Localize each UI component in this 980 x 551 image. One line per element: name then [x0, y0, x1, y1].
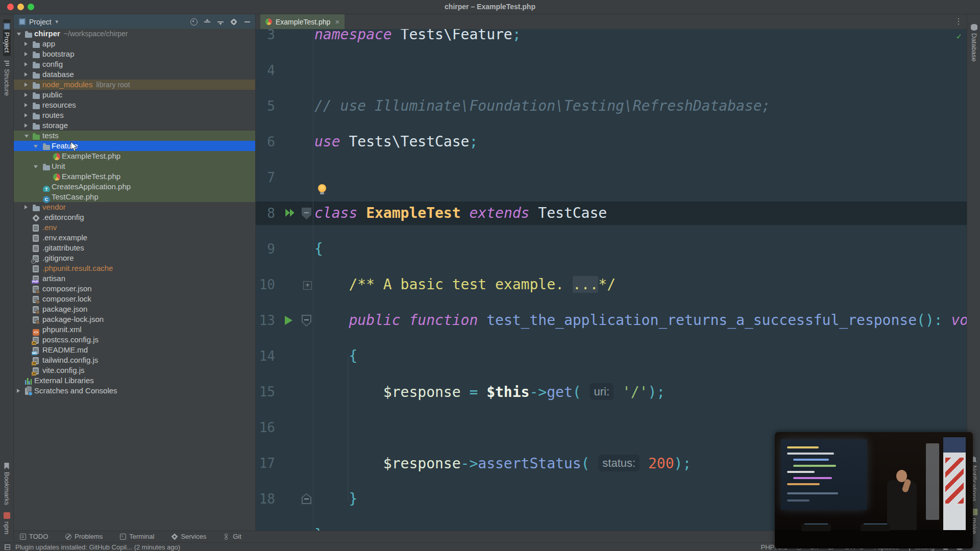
tree-item-phpunit-xml[interactable]: <>phpunit.xml	[14, 324, 255, 335]
panel-settings-button[interactable]	[229, 17, 239, 27]
tool-window-switcher-icon[interactable]	[5, 544, 10, 550]
editor-options-icon[interactable]: ⋮	[954, 16, 963, 26]
chevron-down-icon[interactable]	[34, 165, 38, 168]
code-line[interactable]: {	[314, 231, 323, 267]
tree-item-unit[interactable]: Unit	[14, 161, 255, 171]
chevron-down-icon[interactable]: ▾	[56, 18, 59, 25]
code-line[interactable]: use Tests\TestCase;	[314, 124, 478, 160]
chevron-down-icon[interactable]	[17, 33, 21, 36]
toolwindow-button-todo[interactable]: TODO	[20, 533, 48, 540]
code-line[interactable]: {	[314, 338, 357, 374]
tree-item-chirper[interactable]: chirper~/workspace/chirper	[14, 29, 255, 39]
chevron-right-icon[interactable]	[24, 62, 28, 66]
tree-item-config[interactable]: config	[14, 59, 255, 69]
code-line[interactable]: $response = $this->get( uri: '/');	[314, 374, 665, 410]
tree-item-composer-json[interactable]: composer.json	[14, 284, 255, 294]
run-test-icon[interactable]	[285, 316, 292, 325]
tree-item-artisan[interactable]: PHPartisan	[14, 273, 255, 284]
tree-item-postcss-config-js[interactable]: JSpostcss.config.js	[14, 335, 255, 345]
tree-item-database[interactable]: database	[14, 69, 255, 80]
tree-item-package-lock-json[interactable]: package-lock.json	[14, 314, 255, 324]
collapse-all-button[interactable]	[215, 17, 226, 27]
stripe-button-label: Bookmarks	[3, 472, 11, 505]
status-message[interactable]: Plugin updates installed: GitHub Copil..…	[15, 543, 180, 551]
tree-item--gitignore[interactable]: .gitignore	[14, 253, 255, 263]
code-line[interactable]: $response->assertStatus( status: 200);	[314, 445, 691, 481]
chevron-right-icon[interactable]	[24, 103, 28, 107]
toolwindow-button-git[interactable]: Git	[224, 533, 241, 540]
locate-file-button[interactable]	[189, 17, 199, 27]
run-all-tests-icon[interactable]	[284, 207, 296, 218]
tree-item-exampletest-php[interactable]: ExampleTest.php	[14, 151, 255, 161]
stripe-button-structure[interactable]: Structure	[3, 56, 11, 99]
tree-item-node-modules[interactable]: node_moduleslibrary root	[14, 80, 255, 90]
stripe-button-npm[interactable]: npm	[3, 509, 11, 538]
tree-item-package-json[interactable]: package.json	[14, 304, 255, 314]
stripe-button-database[interactable]: Database	[970, 20, 978, 65]
table-silhouette	[775, 530, 973, 548]
toolwindow-button-services[interactable]: Services	[172, 533, 206, 540]
expand-all-button[interactable]	[202, 17, 212, 27]
chevron-right-icon[interactable]	[24, 42, 28, 46]
chevron-right-icon[interactable]	[24, 113, 28, 117]
fold-expand-icon[interactable]: +	[303, 281, 312, 290]
fold-end-icon[interactable]	[302, 493, 311, 504]
code-line[interactable]: /** A basic test example. ...*/	[314, 267, 616, 303]
tree-item-resources[interactable]: resources	[14, 100, 255, 110]
toolwindow-button-terminal[interactable]: Terminal	[120, 533, 154, 540]
tree-item--env[interactable]: .env	[14, 222, 255, 233]
chevron-right-icon[interactable]	[24, 83, 28, 87]
tree-item-external-libraries[interactable]: External Libraries	[14, 375, 255, 386]
tree-item-testcase-php[interactable]: CTestCase.php	[14, 192, 255, 202]
code-line[interactable]: namespace Tests\Feature;	[314, 29, 521, 53]
tree-item--env-example[interactable]: .env.example	[14, 233, 255, 243]
tree-item-scratches-and-consoles[interactable]: Scratches and Consoles	[14, 386, 255, 396]
hide-panel-button[interactable]	[242, 17, 252, 27]
tree-item-createsapplication-php[interactable]: TCreatesApplication.php	[14, 182, 255, 192]
toolwindow-button-label: Terminal	[129, 533, 154, 540]
code-line[interactable]: }	[314, 517, 323, 531]
code-line[interactable]: // use Illuminate\Foundation\Testing\Ref…	[314, 88, 770, 124]
toolwindow-button-problems[interactable]: Problems	[65, 533, 103, 540]
chevron-right-icon[interactable]	[24, 72, 28, 77]
chevron-right-icon[interactable]	[24, 123, 28, 128]
chevron-down-icon[interactable]	[24, 135, 29, 138]
chevron-right-icon[interactable]	[17, 389, 20, 393]
close-tab-icon[interactable]: ×	[335, 17, 339, 26]
stripe-button-bookmarks[interactable]: Bookmarks	[3, 459, 11, 509]
video-overlay	[775, 432, 973, 548]
tree-item-composer-lock[interactable]: composer.lock	[14, 294, 255, 304]
code-line[interactable]: }	[314, 481, 357, 517]
tree-item--editorconfig[interactable]: .editorconfig	[14, 212, 255, 222]
chevron-right-icon[interactable]	[24, 205, 28, 209]
tree-item-storage[interactable]: storage	[14, 120, 255, 131]
tree-item-public[interactable]: public	[14, 90, 255, 100]
code-line[interactable]: public function test_the_application_ret…	[314, 303, 967, 338]
tree-item-tailwind-config-js[interactable]: JStailwind.config.js	[14, 355, 255, 365]
inspections-ok-icon[interactable]: ✓	[957, 31, 962, 41]
fold-collapse-icon[interactable]	[302, 315, 311, 327]
code-line[interactable]: class ExampleTest extends TestCase	[314, 195, 607, 231]
tree-item-feature[interactable]: Feature	[14, 141, 255, 151]
intention-lightbulb-icon[interactable]	[318, 184, 326, 192]
chevron-right-icon[interactable]	[24, 93, 28, 97]
tree-item-readme-md[interactable]: MDREADME.md	[14, 345, 255, 355]
stripe-button-project[interactable]: Project	[3, 19, 11, 56]
tree-item-exampletest-php[interactable]: ExampleTest.php	[14, 171, 255, 182]
line-number: 14	[256, 338, 275, 374]
tree-item--phpunit-result-cache[interactable]: .phpunit.result.cache	[14, 263, 255, 273]
tree-item-vendor[interactable]: vendor	[14, 202, 255, 212]
toolwindow-button-label: Services	[181, 533, 206, 540]
tree-item-app[interactable]: app	[14, 39, 255, 49]
tree-item-tests[interactable]: tests	[14, 131, 255, 141]
tree-item-label: ExampleTest.php	[62, 172, 120, 181]
tree-item-bootstrap[interactable]: bootstrap	[14, 49, 255, 59]
todo-icon	[20, 534, 26, 540]
tab-exampletest[interactable]: ExampleTest.php ×	[260, 14, 345, 29]
tree-item--gitattributes[interactable]: .gitattributes	[14, 243, 255, 253]
project-panel-header[interactable]: Project ▾	[14, 14, 255, 29]
tree-item-vite-config-js[interactable]: JSvite.config.js	[14, 365, 255, 375]
chevron-right-icon[interactable]	[24, 52, 28, 56]
chevron-down-icon[interactable]	[34, 145, 38, 148]
tree-item-routes[interactable]: routes	[14, 110, 255, 120]
